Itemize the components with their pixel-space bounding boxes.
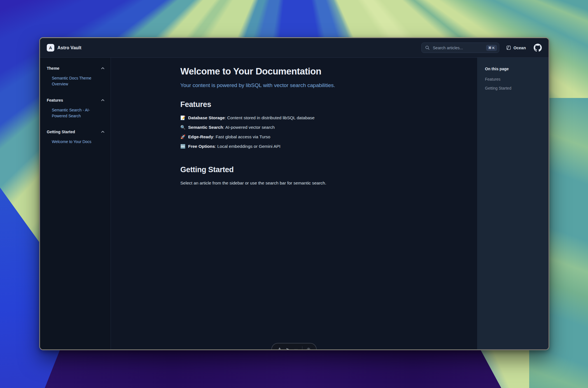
rocket-emoji-icon: 🚀 <box>180 134 186 139</box>
feature-item-edge-ready: 🚀Edge-Ready: Fast global access via Turs… <box>180 134 408 140</box>
feature-label: Free Options <box>188 144 215 149</box>
wallpaper-purple-floor <box>42 349 507 388</box>
features-list: 📝Database Storage: Content stored in dis… <box>180 114 408 150</box>
audit-icon[interactable] <box>294 347 298 350</box>
feature-description: : Fast global access via Turso <box>213 134 270 139</box>
toc-link-getting-started[interactable]: Getting Started <box>485 86 541 90</box>
search-input[interactable] <box>432 45 484 50</box>
feature-item-semantic-search: 🔍Semantic Search: AI-powered vector sear… <box>180 124 408 131</box>
doc-article: Welcome to Your Documentation Your conte… <box>180 58 408 186</box>
docs-sidebar: Theme Semantic Docs Theme Overview Featu… <box>40 58 111 349</box>
toc-link-features[interactable]: Features <box>485 77 541 81</box>
features-heading: Features <box>180 100 408 109</box>
site-header: A Astro Vault ⌘ K Ocean <box>40 38 549 58</box>
feature-description: : Content stored in distributed libSQL d… <box>225 115 315 120</box>
feature-item-database-storage: 📝Database Storage: Content stored in dis… <box>180 114 408 121</box>
chevron-up-icon <box>101 99 104 101</box>
astro-logo-icon[interactable] <box>277 347 282 350</box>
search-shortcut-badge: ⌘ K <box>486 45 497 51</box>
feature-description: : AI-powered vector search <box>223 125 275 130</box>
search-icon <box>425 45 430 50</box>
app-window: A Astro Vault ⌘ K Ocean <box>39 37 549 350</box>
sidebar-link-welcome-to-your-docs[interactable]: Welcome to Your Docs <box>52 139 102 145</box>
github-icon <box>534 44 542 52</box>
feature-label: Database Storage <box>188 115 225 120</box>
devbar-divider <box>302 346 302 350</box>
feature-item-free-options: 🆓Free Options: Local embeddings or Gemin… <box>180 143 408 150</box>
window-body: Theme Semantic Docs Theme Overview Featu… <box>40 58 549 349</box>
main-content: Welcome to Your Documentation Your conte… <box>111 58 477 349</box>
sidebar-group-toggle-features[interactable]: Features <box>47 98 104 102</box>
sidebar-link-semantic-docs-theme-overview[interactable]: Semantic Docs Theme Overview <box>52 75 102 87</box>
sidebar-group-features: Features Semantic Search - AI-Powered Se… <box>47 98 104 119</box>
settings-gear-icon[interactable] <box>306 347 311 350</box>
getting-started-heading: Getting Started <box>180 165 408 174</box>
site-logo-icon: A <box>47 44 54 52</box>
sidebar-group-label: Theme <box>47 66 59 71</box>
on-this-page-title: On this page <box>485 67 541 71</box>
sidebar-group-getting-started: Getting Started Welcome to Your Docs <box>47 130 104 145</box>
sidebar-group-toggle-theme[interactable]: Theme <box>47 66 104 71</box>
sidebar-link-semantic-search[interactable]: Semantic Search - AI-Powered Search <box>52 107 102 119</box>
theme-name-label: Ocean <box>514 46 526 50</box>
on-this-page-panel: On this page Features Getting Started <box>477 58 549 349</box>
theme-selector[interactable]: Ocean <box>506 45 526 50</box>
header-actions: ⌘ K Ocean <box>421 43 542 53</box>
github-link[interactable] <box>534 44 542 52</box>
feature-label: Edge-Ready <box>188 134 213 139</box>
memo-emoji-icon: 📝 <box>180 115 186 120</box>
sidebar-group-label: Getting Started <box>47 130 75 134</box>
intro-link-text[interactable]: Your content is powered by libSQL with v… <box>180 82 408 88</box>
chevron-up-icon <box>101 67 104 69</box>
swatchbook-icon <box>506 45 511 50</box>
feature-label: Semantic Search <box>188 125 223 130</box>
page-title: Welcome to Your Documentation <box>180 66 408 77</box>
search-bar[interactable]: ⌘ K <box>421 43 499 53</box>
free-emoji-icon: 🆓 <box>180 144 186 149</box>
feature-description: : Local embeddings or Gemini API <box>215 144 280 149</box>
site-brand[interactable]: A Astro Vault <box>47 44 81 52</box>
sidebar-group-label: Features <box>47 98 63 102</box>
inspect-arrow-icon[interactable] <box>286 347 290 350</box>
magnifier-emoji-icon: 🔍 <box>180 125 186 130</box>
getting-started-text: Select an article from the sidebar or us… <box>180 180 408 186</box>
site-title: Astro Vault <box>57 45 81 50</box>
astro-dev-toolbar[interactable] <box>271 343 317 350</box>
sidebar-group-toggle-getting-started[interactable]: Getting Started <box>47 130 104 134</box>
chevron-up-icon <box>101 131 104 133</box>
sidebar-group-theme: Theme Semantic Docs Theme Overview <box>47 66 104 87</box>
